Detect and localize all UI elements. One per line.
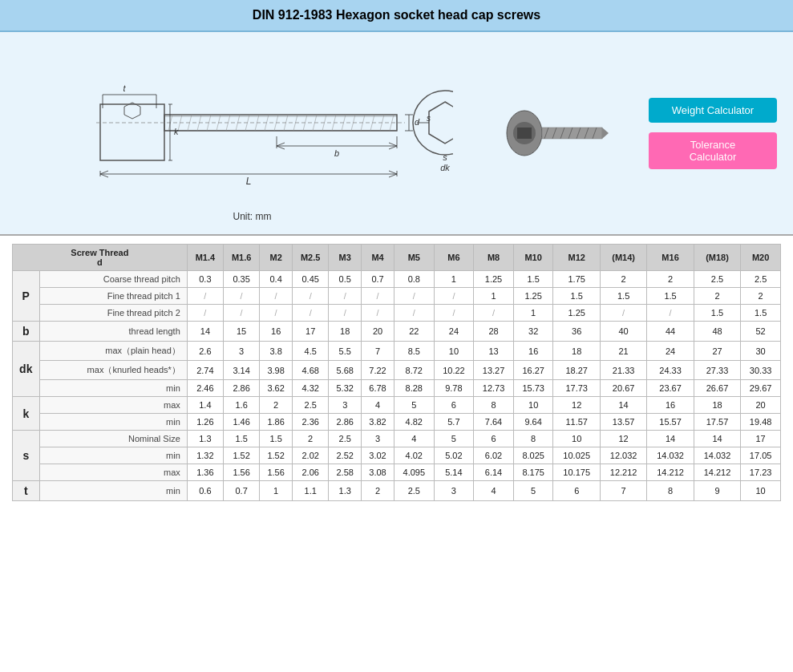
data-cell: 5 xyxy=(434,431,474,447)
param-cell: t xyxy=(13,481,40,501)
data-cell: 16 xyxy=(513,342,553,361)
svg-line-48 xyxy=(389,146,397,149)
table-row: tmin0.60.711.11.322.5345678910 xyxy=(13,481,781,501)
data-cell: 7 xyxy=(600,481,646,501)
svg-line-46 xyxy=(277,146,285,149)
data-cell: 10 xyxy=(741,481,781,501)
data-cell: 1.3 xyxy=(187,431,223,447)
data-cell: 2 xyxy=(694,288,740,305)
data-cell: 15.57 xyxy=(647,414,694,431)
row-label: max xyxy=(39,464,187,481)
data-cell: 7.22 xyxy=(362,361,394,380)
data-cell: 20 xyxy=(362,322,394,342)
data-cell: 2 xyxy=(293,431,329,447)
data-cell: 22 xyxy=(394,322,434,342)
data-cell: 5.5 xyxy=(329,342,362,361)
data-cell: 4.02 xyxy=(394,447,434,464)
data-cell: 1.46 xyxy=(224,414,260,431)
data-cell: 10 xyxy=(553,431,600,447)
data-cell: 2 xyxy=(647,271,694,288)
data-cell: / xyxy=(434,305,474,322)
data-cell: 6.14 xyxy=(474,464,514,481)
svg-text:d: d xyxy=(415,117,420,127)
data-cell: 44 xyxy=(647,322,694,342)
data-cell: 17.23 xyxy=(741,464,781,481)
data-cell: / xyxy=(187,305,223,322)
data-cell: 7.64 xyxy=(474,414,514,431)
row-label: Fine thread pitch 2 xyxy=(39,305,187,322)
data-cell: 1.4 xyxy=(187,397,223,414)
data-cell: 4.32 xyxy=(293,380,329,397)
row-label: thread length xyxy=(39,322,187,342)
table-row: bthread length14151617182022242832364044… xyxy=(13,322,781,342)
data-cell: 3.82 xyxy=(362,414,394,431)
col-m3: M3 xyxy=(329,245,362,271)
data-cell: 3.62 xyxy=(260,380,293,397)
data-cell: 14.032 xyxy=(694,447,740,464)
data-cell: 10.175 xyxy=(553,464,600,481)
data-cell: 0.3 xyxy=(187,271,223,288)
screw-diagram: t k d b xyxy=(52,44,453,204)
data-cell: 7 xyxy=(362,342,394,361)
data-cell: 14 xyxy=(187,322,223,342)
data-cell: 26.67 xyxy=(694,380,740,397)
data-cell: 5.68 xyxy=(329,361,362,380)
col-m18: (M18) xyxy=(694,245,740,271)
data-cell: 2.46 xyxy=(187,380,223,397)
data-cell: 12.212 xyxy=(600,464,646,481)
data-cell: 32 xyxy=(513,322,553,342)
data-cell: 2 xyxy=(362,481,394,501)
svg-line-53 xyxy=(100,171,108,174)
data-cell: 2.5 xyxy=(694,271,740,288)
data-cell: / xyxy=(293,288,329,305)
data-cell: 1.6 xyxy=(224,397,260,414)
data-cell: 1.32 xyxy=(187,447,223,464)
data-cell: 3.8 xyxy=(260,342,293,361)
data-cell: 6 xyxy=(474,431,514,447)
svg-text:k: k xyxy=(174,127,179,136)
data-cell: 1.75 xyxy=(553,271,600,288)
data-cell: 52 xyxy=(741,322,781,342)
specs-table: Screw Thread d M1.4 M1.6 M2 M2.5 M3 M4 M… xyxy=(12,244,781,501)
data-cell: 14 xyxy=(600,397,646,414)
data-cell: 3 xyxy=(329,397,362,414)
data-cell: 8.5 xyxy=(394,342,434,361)
data-cell: 1.5 xyxy=(741,305,781,322)
data-cell: 16.27 xyxy=(513,361,553,380)
data-cell: 0.7 xyxy=(362,271,394,288)
data-cell: 1.5 xyxy=(553,288,600,305)
data-cell: 5.7 xyxy=(434,414,474,431)
data-cell: 3 xyxy=(434,481,474,501)
data-cell: 4.5 xyxy=(293,342,329,361)
data-cell: 2.58 xyxy=(329,464,362,481)
weight-calculator-button[interactable]: Weight Calculator xyxy=(649,98,777,123)
data-cell: 1 xyxy=(434,271,474,288)
row-label: max xyxy=(39,397,187,414)
svg-marker-1 xyxy=(124,103,140,119)
data-cell: 14 xyxy=(694,431,740,447)
data-cell: 12 xyxy=(553,397,600,414)
tolerance-calculator-button[interactable]: Tolerance Calculator xyxy=(649,132,777,169)
data-cell: 0.35 xyxy=(224,271,260,288)
data-cell: 2.5 xyxy=(293,397,329,414)
col-m14: M1.4 xyxy=(187,245,223,271)
data-cell: 17.73 xyxy=(553,380,600,397)
col-m6: M6 xyxy=(434,245,474,271)
data-cell: / xyxy=(434,288,474,305)
data-cell: 6 xyxy=(553,481,600,501)
data-cell: 8.28 xyxy=(394,380,434,397)
data-cell: 4 xyxy=(394,431,434,447)
data-cell: 28 xyxy=(474,322,514,342)
data-cell: 1.56 xyxy=(224,464,260,481)
data-cell: / xyxy=(260,305,293,322)
data-cell: 1.25 xyxy=(513,288,553,305)
data-cell: 1.5 xyxy=(694,305,740,322)
page-title: DIN 912-1983 Hexagon socket head cap scr… xyxy=(0,0,793,32)
data-cell: 2.86 xyxy=(329,414,362,431)
data-cell: / xyxy=(329,288,362,305)
data-cell: / xyxy=(362,305,394,322)
table-row: PCoarse thread pitch0.30.350.40.450.50.7… xyxy=(13,271,781,288)
data-cell: / xyxy=(293,305,329,322)
data-cell: 24 xyxy=(434,322,474,342)
data-cell: 1.5 xyxy=(224,431,260,447)
